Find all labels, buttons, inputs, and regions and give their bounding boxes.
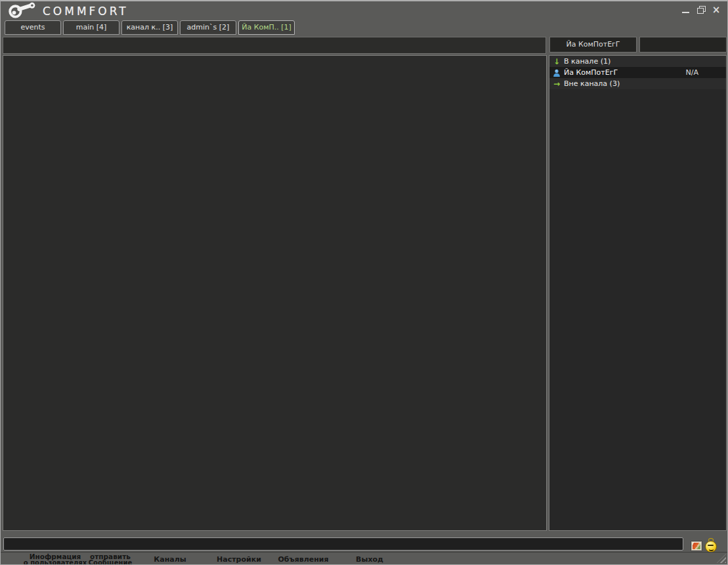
user-group-row[interactable]: ↓ В канале (1) [549, 56, 726, 67]
emoticons-icon[interactable] [705, 541, 717, 553]
tab-channel[interactable]: канал к.. [3] [121, 20, 178, 35]
app-logo-icon [5, 2, 39, 19]
tab-private-active[interactable]: Йа КомП.. [1] [238, 20, 295, 35]
user-name: Йа КомПотЕгГ [564, 68, 618, 77]
settings-button[interactable]: Настройки [217, 556, 261, 562]
channels-button[interactable]: Каналы [154, 556, 186, 562]
insert-image-icon[interactable] [691, 541, 702, 551]
user-list-panel: ↓ В канале (1) Йа КомПотЕгГ N/A → Вне ка… [549, 55, 727, 531]
group-label: В канале (1) [564, 57, 610, 66]
arrow-right-icon: → [551, 79, 562, 89]
exit-button[interactable]: Выход [356, 556, 383, 562]
user-info-button[interactable]: Инофрмация о пользователях [24, 554, 87, 565]
message-input[interactable] [3, 537, 683, 551]
user-status: N/A [686, 68, 698, 77]
minimize-icon[interactable] [681, 6, 691, 14]
tab-main[interactable]: main [4] [63, 20, 119, 35]
user-icon [551, 69, 562, 77]
app-title: COMMFORT [43, 5, 129, 18]
announcements-button[interactable]: Объявления [278, 556, 328, 562]
userlist-column-header-empty [639, 37, 727, 52]
window-controls: × [681, 5, 721, 14]
chat-message-area[interactable] [3, 55, 547, 531]
group-label: Вне канала (3) [564, 79, 620, 88]
tab-bar: events main [4] канал к.. [3] admin`s [2… [1, 20, 727, 36]
send-message-button[interactable]: отправить Сообщение [89, 554, 133, 565]
user-group-row[interactable]: → Вне канала (3) [549, 78, 726, 89]
close-icon[interactable]: × [712, 6, 721, 14]
restore-icon[interactable] [696, 6, 706, 14]
topic-bar [3, 37, 546, 54]
commfort-window: COMMFORT × events main [4] канал к.. [3]… [0, 0, 728, 565]
user-row[interactable]: Йа КомПотЕгГ N/A [549, 67, 726, 78]
title-bar[interactable]: COMMFORT × [1, 1, 727, 19]
bottom-toolbar: Инофрмация о пользователях отправить Соо… [1, 552, 727, 565]
tab-admins[interactable]: admin`s [2] [180, 20, 236, 35]
userlist-column-header[interactable]: Йа КомПотЕгГ [549, 37, 637, 52]
tab-events[interactable]: events [5, 20, 61, 35]
arrow-down-icon: ↓ [551, 57, 562, 66]
